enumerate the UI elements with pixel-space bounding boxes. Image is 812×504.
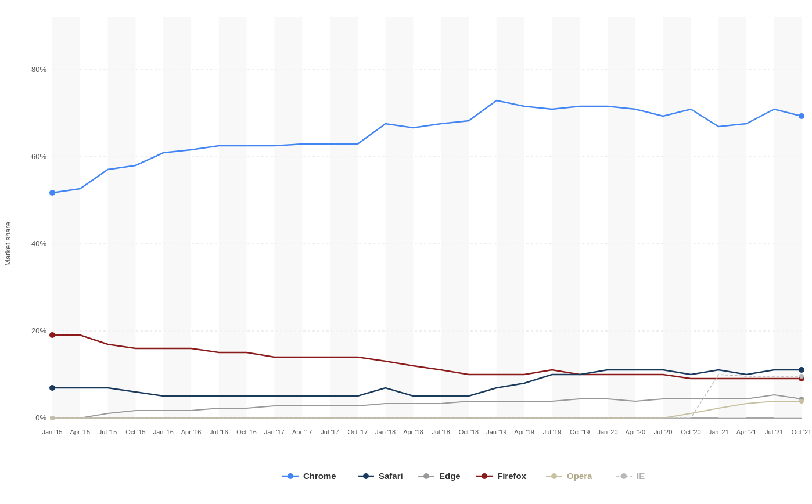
safari-dot [49, 385, 55, 391]
svg-point-51 [363, 473, 369, 479]
svg-text:Apr '19: Apr '19 [514, 429, 534, 435]
legend-chrome: Chrome [303, 471, 336, 481]
svg-text:Apr '18: Apr '18 [403, 429, 423, 435]
svg-text:Apr '17: Apr '17 [292, 429, 312, 435]
svg-point-53 [423, 473, 429, 479]
svg-rect-10 [274, 17, 302, 418]
svg-text:Oct '19: Oct '19 [570, 429, 590, 435]
svg-rect-8 [163, 17, 191, 418]
svg-text:Apr '20: Apr '20 [626, 429, 646, 435]
svg-point-59 [621, 473, 627, 479]
safari-dot-end [799, 367, 804, 373]
svg-text:Apr '16: Apr '16 [181, 429, 202, 435]
y-label-80: 80% [31, 65, 46, 74]
line-chart: 0% 20% 40% 60% 80% Market share Jan '15 … [0, 0, 812, 504]
legend-firefox: Firefox [497, 471, 527, 481]
svg-text:Oct '16: Oct '16 [236, 429, 257, 435]
firefox-dot [49, 332, 55, 338]
svg-text:Jan '20: Jan '20 [597, 429, 617, 435]
svg-text:Jan '21: Jan '21 [709, 429, 729, 435]
svg-text:Jul '17: Jul '17 [321, 429, 339, 435]
svg-rect-18 [718, 17, 746, 418]
svg-text:Oct '18: Oct '18 [459, 429, 479, 435]
svg-rect-13 [441, 17, 469, 418]
legend-edge: Edge [439, 471, 461, 481]
svg-rect-16 [608, 17, 635, 418]
svg-text:Oct '17: Oct '17 [348, 429, 368, 435]
legend-safari: Safari [379, 471, 403, 481]
svg-rect-17 [663, 17, 691, 418]
svg-point-57 [551, 473, 557, 479]
svg-point-49 [288, 473, 293, 479]
svg-rect-6 [52, 17, 80, 418]
y-label-0: 0% [35, 413, 46, 422]
chrome-dot-end [799, 113, 804, 119]
svg-text:Apr '15: Apr '15 [70, 429, 91, 435]
svg-rect-7 [108, 17, 136, 418]
legend-opera: Opera [567, 471, 592, 481]
svg-text:Jul '18: Jul '18 [432, 429, 450, 435]
svg-rect-15 [552, 17, 580, 418]
svg-text:Oct '20: Oct '20 [681, 429, 701, 435]
legend-ie: IE [637, 471, 645, 481]
svg-rect-9 [219, 17, 247, 418]
svg-point-55 [482, 473, 487, 479]
svg-rect-14 [497, 17, 524, 418]
ie-dot-end [799, 374, 804, 379]
svg-text:Jan '17: Jan '17 [264, 429, 285, 435]
svg-text:Jan '15: Jan '15 [42, 429, 62, 435]
chart-container: 0% 20% 40% 60% 80% Market share Jan '15 … [0, 0, 812, 504]
y-label-60: 60% [31, 152, 46, 161]
svg-rect-12 [386, 17, 414, 418]
chrome-dot [49, 190, 55, 196]
svg-text:Jan '19: Jan '19 [486, 429, 506, 435]
svg-text:Oct '15: Oct '15 [125, 429, 146, 435]
opera-dot-end [799, 399, 804, 404]
svg-text:Jan '18: Jan '18 [375, 429, 396, 435]
svg-text:Jul '16: Jul '16 [210, 429, 228, 435]
svg-text:Jul '20: Jul '20 [654, 429, 672, 435]
svg-text:Jul '21: Jul '21 [765, 429, 783, 435]
y-axis-title: Market share [3, 222, 12, 266]
svg-rect-19 [774, 17, 802, 418]
svg-rect-11 [330, 17, 358, 418]
svg-text:Jul '15: Jul '15 [99, 429, 117, 435]
y-label-20: 20% [31, 326, 46, 335]
y-label-40: 40% [31, 239, 46, 248]
svg-text:Apr '21: Apr '21 [736, 429, 757, 435]
svg-text:Jul '19: Jul '19 [543, 429, 561, 435]
svg-text:Jan '16: Jan '16 [153, 429, 174, 435]
svg-text:Oct '21: Oct '21 [792, 429, 812, 435]
